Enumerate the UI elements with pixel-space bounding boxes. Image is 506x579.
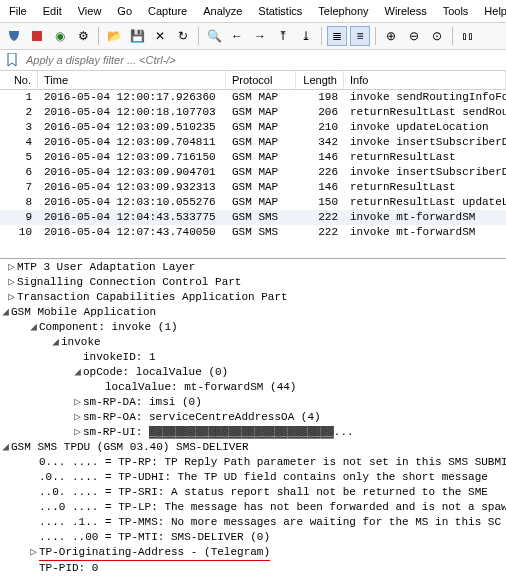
tree-node-label: MTP 3 User Adaptation Layer [17, 261, 195, 273]
go-to-packet-icon[interactable]: ⤒ [273, 26, 293, 46]
go-back-icon[interactable]: ← [227, 26, 247, 46]
packet-cell-proto: GSM MAP [226, 150, 296, 165]
menu-file[interactable]: File [2, 3, 34, 19]
packet-cell-proto: GSM SMS [226, 225, 296, 240]
menu-view[interactable]: View [71, 3, 109, 19]
menu-help[interactable]: Help [477, 3, 506, 19]
expand-icon[interactable]: ▷ [72, 395, 83, 410]
expand-icon[interactable]: ▷ [6, 260, 17, 275]
packet-row[interactable]: 42016-05-04 12:03:09.704811GSM MAP342inv… [0, 135, 506, 150]
tree-node[interactable]: TP-PID: 0 [0, 561, 506, 576]
tree-node[interactable]: localValue: mt-forwardSM (44) [0, 380, 506, 395]
packet-cell-len: 198 [296, 90, 344, 105]
packet-row[interactable]: 72016-05-04 12:03:09.932313GSM MAP146ret… [0, 180, 506, 195]
packet-row[interactable]: 12016-05-04 12:00:17.926360GSM MAP198inv… [0, 90, 506, 105]
packet-row[interactable]: 32016-05-04 12:03:09.510235GSM MAP210inv… [0, 120, 506, 135]
col-header-no[interactable]: No. [0, 71, 38, 89]
tree-node-label: localValue: mt-forwardSM (44) [105, 381, 296, 393]
expand-icon[interactable]: ▷ [6, 290, 17, 305]
restart-capture-icon[interactable]: ◉ [50, 26, 70, 46]
stop-capture-icon[interactable] [27, 26, 47, 46]
packet-row[interactable]: 52016-05-04 12:03:09.716150GSM MAP146ret… [0, 150, 506, 165]
tree-node[interactable]: ▷sm-RP-DA: imsi (0) [0, 395, 506, 410]
tree-node[interactable]: ▷TP-Originating-Address - (Telegram) [0, 545, 506, 561]
bookmark-filter-icon[interactable] [4, 52, 20, 68]
menu-wireless[interactable]: Wireless [378, 3, 434, 19]
collapse-icon[interactable]: ◢ [0, 305, 11, 320]
open-file-icon[interactable]: 📂 [104, 26, 124, 46]
find-packet-icon[interactable]: 🔍 [204, 26, 224, 46]
menu-capture[interactable]: Capture [141, 3, 194, 19]
tree-node[interactable]: ◢opCode: localValue (0) [0, 365, 506, 380]
resize-columns-icon[interactable]: ⫾⫾ [458, 26, 478, 46]
packet-cell-time: 2016-05-04 12:03:09.932313 [38, 180, 226, 195]
packet-cell-no: 7 [0, 180, 38, 195]
colorize-icon[interactable]: ≡ [350, 26, 370, 46]
collapse-icon[interactable]: ◢ [72, 365, 83, 380]
display-filter-input[interactable] [24, 52, 502, 68]
tree-node[interactable]: ...0 .... = TP-LP: The message has not b… [0, 500, 506, 515]
collapse-icon[interactable]: ◢ [28, 320, 39, 335]
col-header-time[interactable]: Time [38, 71, 226, 89]
packet-cell-proto: GSM MAP [226, 195, 296, 210]
col-header-length[interactable]: Length [296, 71, 344, 89]
tree-node[interactable]: ▷Signalling Connection Control Part [0, 275, 506, 290]
tree-node[interactable]: 0... .... = TP-RP: TP Reply Path paramet… [0, 455, 506, 470]
display-filter-bar [0, 50, 506, 71]
menu-telephony[interactable]: Telephony [311, 3, 375, 19]
packet-cell-no: 6 [0, 165, 38, 180]
toolbar-separator [375, 27, 376, 45]
tree-node[interactable]: ▷Transaction Capabilities Application Pa… [0, 290, 506, 305]
tree-node[interactable]: ▷MTP 3 User Adaptation Layer [0, 260, 506, 275]
autoscroll-icon[interactable]: ≣ [327, 26, 347, 46]
collapse-icon[interactable]: ◢ [0, 440, 11, 455]
capture-options-icon[interactable]: ⚙ [73, 26, 93, 46]
expand-icon[interactable]: ▷ [28, 545, 39, 560]
svg-rect-0 [32, 31, 42, 41]
tree-node-label: sm-RP-OA: serviceCentreAddressOA (4) [83, 411, 321, 423]
go-first-icon[interactable]: ⤓ [296, 26, 316, 46]
tree-node[interactable]: ▷sm-RP-UI: ▓▓▓▓▓▓▓▓▓▓▓▓▓▓▓▓▓▓▓▓▓▓▓▓▓▓▓▓.… [0, 425, 506, 440]
start-capture-icon[interactable] [4, 26, 24, 46]
tree-node[interactable]: .0.. .... = TP-UDHI: The TP UD field con… [0, 470, 506, 485]
zoom-reset-icon[interactable]: ⊙ [427, 26, 447, 46]
zoom-out-icon[interactable]: ⊖ [404, 26, 424, 46]
expand-icon[interactable]: ▷ [72, 410, 83, 425]
packet-cell-time: 2016-05-04 12:03:09.510235 [38, 120, 226, 135]
packet-details-pane: ▷MTP 3 User Adaptation Layer▷Signalling … [0, 259, 506, 579]
go-forward-icon[interactable]: → [250, 26, 270, 46]
packet-row[interactable]: 62016-05-04 12:03:09.904701GSM MAP226inv… [0, 165, 506, 180]
tree-node[interactable]: invokeID: 1 [0, 350, 506, 365]
tree-node[interactable]: ◢Component: invoke (1) [0, 320, 506, 335]
menu-statistics[interactable]: Statistics [251, 3, 309, 19]
tree-node[interactable]: ..0. .... = TP-SRI: A status report shal… [0, 485, 506, 500]
close-file-icon[interactable]: ✕ [150, 26, 170, 46]
packet-row[interactable]: 102016-05-04 12:07:43.740050GSM SMS222in… [0, 225, 506, 240]
menu-go[interactable]: Go [110, 3, 139, 19]
save-file-icon[interactable]: 💾 [127, 26, 147, 46]
packet-cell-proto: GSM MAP [226, 120, 296, 135]
tree-node[interactable]: ◢GSM Mobile Application [0, 305, 506, 320]
menu-analyze[interactable]: Analyze [196, 3, 249, 19]
reload-icon[interactable]: ↻ [173, 26, 193, 46]
packet-cell-info: invoke mt-forwardSM [344, 210, 506, 225]
col-header-info[interactable]: Info [344, 71, 506, 89]
tree-node[interactable]: ◢GSM SMS TPDU (GSM 03.40) SMS-DELIVER [0, 440, 506, 455]
expand-icon[interactable]: ▷ [72, 425, 83, 440]
tree-node-label: sm-RP-DA: imsi (0) [83, 396, 202, 408]
packet-cell-proto: GSM SMS [226, 210, 296, 225]
col-header-protocol[interactable]: Protocol [226, 71, 296, 89]
expand-icon[interactable]: ▷ [6, 275, 17, 290]
tree-node[interactable]: .... .1.. = TP-MMS: No more messages are… [0, 515, 506, 530]
tree-node[interactable]: ◢invoke [0, 335, 506, 350]
menu-edit[interactable]: Edit [36, 3, 69, 19]
tree-node[interactable]: ▷sm-RP-OA: serviceCentreAddressOA (4) [0, 410, 506, 425]
packet-row[interactable]: 22016-05-04 12:00:18.107703GSM MAP206ret… [0, 105, 506, 120]
zoom-in-icon[interactable]: ⊕ [381, 26, 401, 46]
packet-row[interactable]: 92016-05-04 12:04:43.533775GSM SMS222inv… [0, 210, 506, 225]
menu-tools[interactable]: Tools [436, 3, 476, 19]
tree-node[interactable]: .... ..00 = TP-MTI: SMS-DELIVER (0) [0, 530, 506, 545]
packet-row[interactable]: 82016-05-04 12:03:10.055276GSM MAP150ret… [0, 195, 506, 210]
packet-cell-no: 1 [0, 90, 38, 105]
collapse-icon[interactable]: ◢ [50, 335, 61, 350]
